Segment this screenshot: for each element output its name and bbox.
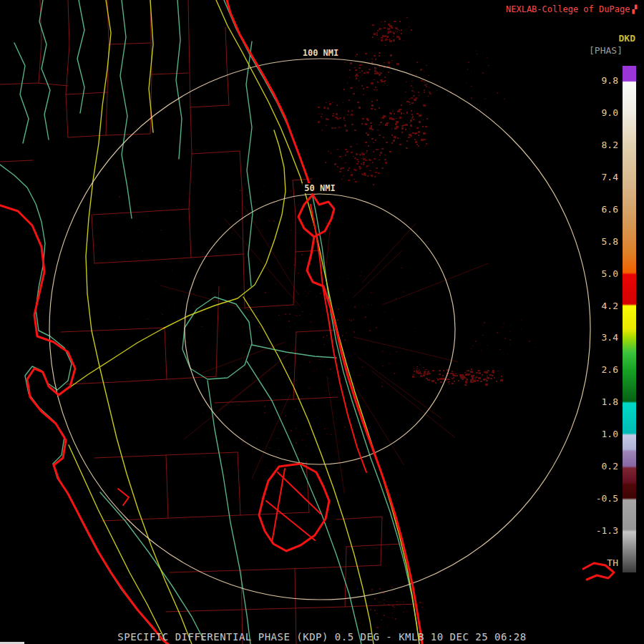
county-borders-segment (170, 565, 381, 572)
radar-echoes-segment (358, 67, 361, 69)
radar-echoes-segment (376, 149, 378, 151)
radar-echoes-segment (395, 137, 396, 138)
radar-echoes-segment (341, 179, 343, 180)
radar-echoes-segment (399, 30, 400, 31)
radar-echoes-segment (371, 108, 373, 109)
radar-echoes-segment (255, 321, 256, 321)
radar-echoes-segment (361, 123, 363, 125)
radar-echoes-segment (273, 220, 275, 221)
radar-echoes-segment (388, 24, 390, 25)
color-scale-tick-label: 5.0 (602, 268, 618, 280)
radar-echoes-segment (319, 359, 320, 360)
county-borders-segment (225, 27, 229, 105)
radar-echoes-segment (138, 229, 139, 230)
radar-echoes-segment (380, 79, 382, 82)
radar-echoes-segment (414, 369, 414, 369)
radar-echoes-segment (343, 388, 343, 389)
radar-echoes-segment (389, 353, 390, 354)
radar-echoes-segment (351, 174, 353, 176)
radar-echoes-segment (178, 341, 179, 342)
radar-echoes-segment (119, 318, 120, 318)
radar-echoes-segment (185, 230, 187, 231)
radar-echoes-segment (482, 376, 482, 377)
radar-echoes-segment (251, 317, 253, 318)
radar-echoes-segment (359, 64, 361, 66)
radar-echoes-segment (358, 166, 360, 167)
radar-echoes-segment (415, 97, 417, 99)
radar-echoes-segment (496, 381, 497, 382)
radar-echoes-segment (389, 363, 390, 364)
radar-echoes-segment (497, 332, 498, 333)
radar-echoes-segment (483, 379, 485, 381)
radar-echoes-segment (502, 326, 503, 327)
radar-radial-spokes-segment (383, 263, 489, 305)
radar-echoes-segment (218, 318, 219, 318)
radar-echoes-segment (325, 211, 326, 212)
radar-echoes-segment (418, 145, 419, 146)
radar-echoes-segment (384, 62, 385, 64)
radar-echoes-segment (265, 467, 266, 468)
radar-echoes-segment (285, 313, 286, 314)
radar-echoes-segment (393, 36, 394, 37)
radar-echoes-segment (376, 34, 377, 35)
radar-echoes-segment (394, 341, 394, 342)
radar-echoes-segment (466, 83, 467, 84)
radar-echoes-segment (401, 33, 403, 34)
radar-echoes-segment (291, 230, 292, 230)
radar-echoes-segment (336, 118, 338, 119)
radar-echoes-segment (435, 382, 437, 384)
radar-radial-spokes-segment (326, 223, 331, 266)
radar-echoes-segment (426, 65, 427, 66)
radar-echoes-segment (369, 428, 370, 429)
radar-echoes-segment (286, 415, 286, 416)
radar-echoes-segment (356, 87, 357, 88)
radar-echoes-segment (242, 288, 243, 288)
radar-echoes-segment (499, 349, 500, 350)
radar-echoes-segment (363, 157, 364, 158)
radar-echoes-segment (223, 372, 223, 373)
radar-echoes-segment (323, 336, 324, 337)
radar-echoes-segment (377, 82, 379, 83)
radar-echoes-segment (426, 84, 428, 85)
radar-echoes-segment (259, 301, 260, 302)
radar-echoes-segment (259, 326, 260, 327)
radar-echoes-segment (247, 195, 248, 195)
radar-echoes-segment (263, 191, 263, 192)
radar-echoes-segment (414, 328, 415, 328)
radar-echoes-segment (326, 335, 328, 336)
radar-echoes-segment (180, 276, 181, 277)
radar-echoes-segment (384, 311, 385, 312)
radar-echoes-segment (371, 127, 372, 128)
radar-echoes-segment (381, 167, 384, 169)
radar-echoes-segment (418, 135, 419, 136)
radar-echoes-segment (316, 296, 317, 297)
radar-echoes-segment (467, 370, 469, 371)
radar-echoes-segment (482, 335, 483, 336)
radar-echoes-segment (291, 224, 291, 225)
radar-echoes-segment (396, 351, 397, 353)
radar-echoes-segment (399, 36, 400, 38)
radar-echoes-segment (380, 122, 382, 124)
radar-echoes-segment (411, 85, 412, 86)
radar-echoes-segment (317, 439, 318, 440)
radar-echoes-segment (264, 185, 265, 186)
radar-echoes-segment (395, 31, 396, 31)
radar-echoes-segment (366, 87, 369, 89)
radar-echoes-segment (360, 275, 361, 276)
radar-echoes-segment (273, 320, 273, 321)
radar-echoes-segment (201, 326, 203, 327)
radar-echoes-segment (342, 335, 343, 336)
radar-echoes-segment (410, 125, 412, 127)
radar-echoes-segment (420, 69, 422, 70)
radar-echoes-segment (484, 99, 486, 100)
radar-echoes-segment (358, 80, 360, 82)
radar-echoes-segment (371, 292, 372, 293)
radar-echoes-segment (343, 305, 343, 306)
radar-echoes-segment (393, 140, 395, 141)
county-borders-segment (188, 0, 190, 107)
radar-echoes-segment (363, 94, 364, 95)
radar-echoes-segment (387, 28, 389, 30)
radar-echoes-segment (379, 160, 380, 160)
radar-echoes-segment (404, 40, 404, 41)
radar-echoes-segment (464, 372, 466, 373)
